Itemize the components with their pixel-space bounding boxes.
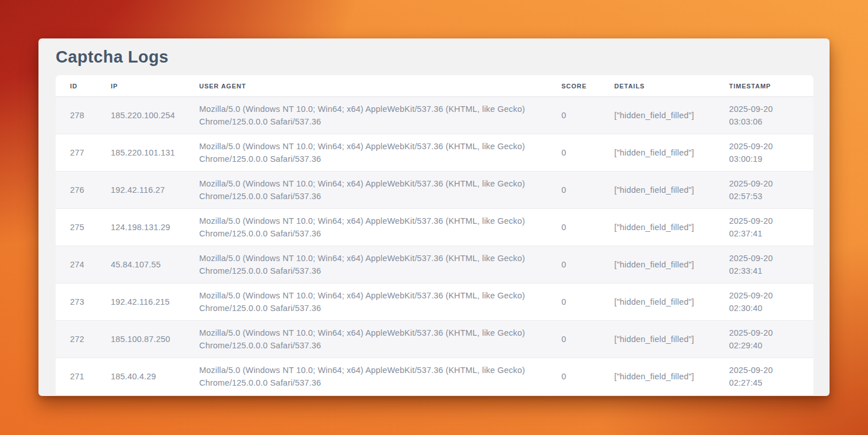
column-header-timestamp: TIMESTAMP xyxy=(729,75,813,97)
cell-ip: 45.84.107.55 xyxy=(111,246,199,283)
cell-details: ["hidden_field_filled"] xyxy=(614,209,729,246)
cell-ip: 185.220.101.131 xyxy=(111,134,199,172)
column-header-ip: IP xyxy=(111,75,199,97)
cell-score: 0 xyxy=(561,97,614,134)
table-header-row: IDIPUSER AGENTSCOREDETAILSTIMESTAMP xyxy=(56,75,813,97)
cell-timestamp: 2025-09-20 02:30:40 xyxy=(729,283,813,321)
cell-id: 278 xyxy=(56,97,111,134)
cell-ip: 124.198.131.29 xyxy=(111,209,199,246)
cell-details: ["hidden_field_filled"] xyxy=(614,172,729,209)
cell-timestamp: 2025-09-20 02:37:41 xyxy=(729,209,813,246)
table-row: 275124.198.131.29Mozilla/5.0 (Windows NT… xyxy=(56,209,813,246)
column-header-id: ID xyxy=(56,75,111,97)
cell-user_agent: Mozilla/5.0 (Windows NT 10.0; Win64; x64… xyxy=(199,97,561,134)
cell-user_agent: Mozilla/5.0 (Windows NT 10.0; Win64; x64… xyxy=(199,283,561,321)
cell-score: 0 xyxy=(561,321,614,358)
cell-id: 276 xyxy=(56,172,111,209)
captcha-logs-panel: Captcha Logs IDIPUSER AGENTSCOREDETAILST… xyxy=(38,38,830,396)
table-row: 271185.40.4.29Mozilla/5.0 (Windows NT 10… xyxy=(56,358,813,395)
cell-ip: 185.40.4.29 xyxy=(111,358,199,395)
cell-details: ["hidden_field_filled"] xyxy=(614,321,729,358)
cell-score: 0 xyxy=(561,246,614,283)
cell-user_agent: Mozilla/5.0 (Windows NT 10.0; Win64; x64… xyxy=(199,246,561,283)
cell-user_agent: Mozilla/5.0 (Windows NT 10.0; Win64; x64… xyxy=(199,172,561,209)
page-title: Captcha Logs xyxy=(56,48,812,65)
cell-ip: 192.42.116.215 xyxy=(111,283,199,321)
cell-id: 274 xyxy=(56,246,111,283)
table-row: 276192.42.116.27Mozilla/5.0 (Windows NT … xyxy=(56,172,813,209)
cell-details: ["hidden_field_filled"] xyxy=(614,97,729,134)
table-row: 277185.220.101.131Mozilla/5.0 (Windows N… xyxy=(56,134,813,172)
cell-details: ["hidden_field_filled"] xyxy=(614,246,729,283)
cell-score: 0 xyxy=(561,358,614,395)
cell-score: 0 xyxy=(561,283,614,321)
cell-user_agent: Mozilla/5.0 (Windows NT 10.0; Win64; x64… xyxy=(199,321,561,358)
cell-timestamp: 2025-09-20 02:29:40 xyxy=(729,321,813,358)
cell-user_agent: Mozilla/5.0 (Windows NT 10.0; Win64; x64… xyxy=(199,134,561,172)
logs-table-grid: IDIPUSER AGENTSCOREDETAILSTIMESTAMP 2781… xyxy=(56,75,813,395)
cell-id: 275 xyxy=(56,209,111,246)
cell-score: 0 xyxy=(561,134,614,172)
cell-details: ["hidden_field_filled"] xyxy=(614,283,729,321)
cell-user_agent: Mozilla/5.0 (Windows NT 10.0; Win64; x64… xyxy=(199,209,561,246)
table-body: 278185.220.100.254Mozilla/5.0 (Windows N… xyxy=(56,97,813,395)
table-row: 27445.84.107.55Mozilla/5.0 (Windows NT 1… xyxy=(56,246,813,283)
table-row: 278185.220.100.254Mozilla/5.0 (Windows N… xyxy=(56,97,813,134)
cell-id: 277 xyxy=(56,134,111,172)
cell-user_agent: Mozilla/5.0 (Windows NT 10.0; Win64; x64… xyxy=(199,358,561,395)
cell-timestamp: 2025-09-20 03:00:19 xyxy=(729,134,813,172)
cell-id: 271 xyxy=(56,358,111,395)
cell-id: 273 xyxy=(56,283,111,321)
cell-details: ["hidden_field_filled"] xyxy=(614,358,729,395)
column-header-details: DETAILS xyxy=(614,75,729,97)
logs-table: IDIPUSER AGENTSCOREDETAILSTIMESTAMP 2781… xyxy=(56,75,813,395)
cell-ip: 192.42.116.27 xyxy=(111,172,199,209)
table-row: 272185.100.87.250Mozilla/5.0 (Windows NT… xyxy=(56,321,813,358)
cell-id: 272 xyxy=(56,321,111,358)
cell-timestamp: 2025-09-20 03:03:06 xyxy=(729,97,813,134)
cell-score: 0 xyxy=(561,209,614,246)
column-header-score: SCORE xyxy=(561,75,614,97)
cell-timestamp: 2025-09-20 02:27:45 xyxy=(729,358,813,395)
cell-details: ["hidden_field_filled"] xyxy=(614,134,729,172)
column-header-user_agent: USER AGENT xyxy=(199,75,561,97)
cell-score: 0 xyxy=(561,172,614,209)
cell-ip: 185.220.100.254 xyxy=(111,97,199,134)
cell-ip: 185.100.87.250 xyxy=(111,321,199,358)
cell-timestamp: 2025-09-20 02:57:53 xyxy=(729,172,813,209)
cell-timestamp: 2025-09-20 02:33:41 xyxy=(729,246,813,283)
table-row: 273192.42.116.215Mozilla/5.0 (Windows NT… xyxy=(56,283,813,321)
